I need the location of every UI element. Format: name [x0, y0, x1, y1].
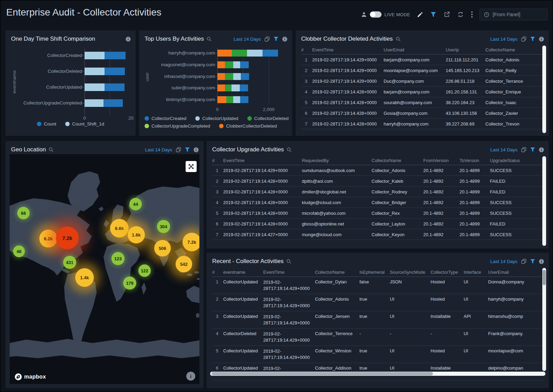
column-header[interactable]: Interface: [464, 270, 488, 275]
column-header[interactable]: #: [301, 47, 312, 52]
copy-icon[interactable]: [521, 37, 526, 42]
vertical-scrollbar[interactable]: [542, 268, 546, 371]
bar-segment-Count[interactable]: [105, 52, 126, 59]
bar-segment-CollectorDeleted[interactable]: [232, 50, 247, 57]
info-icon[interactable]: [539, 259, 544, 264]
column-header[interactable]: UserEmail: [384, 47, 446, 52]
bar-segment-CollectorUpdated[interactable]: [231, 84, 240, 91]
mapbox-attribution[interactable]: mapbox: [14, 373, 46, 381]
stacked-bar[interactable]: [85, 99, 123, 107]
column-header[interactable]: eventname: [223, 270, 263, 275]
zoom-magnifier-icon[interactable]: [396, 37, 401, 42]
table-row[interactable]: 3 CollectorUpdated 2019-02-28T17:19:14.4…: [212, 311, 544, 329]
table-row[interactable]: 5 2019-02-28T17:19:14.428+0000 sourabh@c…: [301, 97, 544, 108]
bar-segment-ClobberCollectorDeleted[interactable]: [217, 84, 225, 91]
panel-time-range[interactable]: Last 14 Days: [490, 37, 517, 42]
table-row[interactable]: 7 2019-02-28T17:19:14.427+0000 munge@icl…: [212, 229, 544, 240]
map-bubble[interactable]: 7.2k: [56, 227, 79, 249]
bar-segment-CollectorCreated[interactable]: [240, 96, 248, 103]
filter-funnel-icon[interactable]: [530, 259, 535, 264]
bar-segment-CollectorUpdated[interactable]: [233, 96, 240, 103]
stacked-bar[interactable]: [85, 83, 125, 91]
map-bubble[interactable]: 46: [13, 245, 25, 257]
table-row[interactable]: 5 2019-02-28T17:19:14.428+0000 microfab@…: [212, 208, 544, 219]
filter-funnel-icon[interactable]: [431, 12, 436, 17]
stacked-bar[interactable]: [85, 68, 125, 75]
column-header[interactable]: EventTime: [263, 270, 315, 275]
map-bubble[interactable]: 6.2k: [39, 230, 57, 248]
bar-segment-Count_Shift_1d[interactable]: [85, 52, 105, 59]
copy-icon[interactable]: [176, 147, 181, 152]
bar-segment-ClobberCollectorDeleted[interactable]: [217, 61, 225, 68]
column-header[interactable]: RequestedBy: [302, 158, 372, 163]
table-row[interactable]: 1 2019-02-28T17:19:14.429+0000 sumdumass…: [212, 165, 544, 176]
bar-segment-Count_Shift_1d[interactable]: [85, 99, 103, 107]
info-icon[interactable]: [539, 37, 544, 42]
copy-icon[interactable]: [521, 147, 526, 152]
table-row[interactable]: 2 2019-02-28T17:19:14.429+0000 moonlapse…: [301, 65, 544, 76]
bar-segment-CollectorDeleted[interactable]: [225, 61, 233, 68]
live-mode-toggle[interactable]: [370, 11, 382, 18]
share-export-icon[interactable]: [444, 11, 450, 18]
map-bubble[interactable]: 6.6k: [110, 219, 129, 238]
table-row[interactable]: 3 2019-02-28T17:19:14.428+0000 dmiller@s…: [212, 187, 544, 197]
legend-item[interactable]: Count: [37, 121, 56, 127]
stacked-bar[interactable]: [217, 61, 249, 68]
map-bubble[interactable]: 44: [129, 198, 142, 210]
column-header[interactable]: #: [212, 158, 223, 163]
column-header[interactable]: EventTime: [312, 47, 384, 52]
table-row[interactable]: 7 2019-02-28T17:19:14.428+0000 harryh@co…: [301, 119, 544, 129]
column-header[interactable]: SourceSyncMode: [390, 270, 431, 275]
bar-segment-Count_Shift_1d[interactable]: [85, 68, 105, 75]
legend-item[interactable]: CollectorUpdated: [195, 116, 238, 121]
map-bubble[interactable]: 122: [138, 264, 151, 277]
table-row[interactable]: 2 CollectorUpdated 2019-02-28T17:19:14.4…: [212, 294, 544, 311]
map-bubble[interactable]: 1.4k: [75, 268, 94, 287]
table-row[interactable]: 1 CollectorUpdated 2019-02-28T17:19:14.4…: [212, 277, 544, 294]
panel-time-range[interactable]: Last 14 Days: [490, 259, 517, 264]
column-header[interactable]: CollectorName: [485, 47, 544, 52]
world-map[interactable]: 66446.6k1.6k3046.2k7.2k467.2k50643112312…: [10, 154, 199, 384]
bar-segment-ClobberCollectorDeleted[interactable]: [217, 96, 226, 103]
filter-funnel-icon[interactable]: [530, 147, 535, 152]
scrollbar-thumb[interactable]: [543, 270, 546, 285]
map-info-icon[interactable]: i: [186, 372, 195, 381]
stacked-bar[interactable]: [85, 52, 126, 59]
info-icon[interactable]: [539, 147, 544, 152]
table-row[interactable]: 6 2019-02-28T17:19:14.428+0000 gboss@opt…: [212, 219, 544, 229]
edit-pencil-icon[interactable]: [417, 12, 423, 18]
column-header[interactable]: UserIp: [446, 47, 485, 52]
map-bubble[interactable]: 506: [154, 240, 171, 257]
bar-segment-ClobberCollectorDeleted[interactable]: [217, 50, 232, 57]
table-row[interactable]: 4 2019-02-28T17:19:14.428+0000 kludge@ic…: [212, 197, 544, 208]
filter-funnel-icon[interactable]: [530, 37, 535, 41]
legend-item[interactable]: CollectorCreated: [145, 116, 186, 121]
column-header[interactable]: FromVersion: [423, 158, 460, 163]
table-row[interactable]: 1 2019-02-28T17:19:14.429+0000 barjam@co…: [301, 54, 544, 65]
column-header[interactable]: ToVersion: [460, 158, 490, 163]
copy-icon[interactable]: [521, 259, 526, 264]
column-header[interactable]: IsEphemeral: [359, 270, 390, 275]
legend-item[interactable]: Count_Shift_1d: [65, 121, 104, 127]
bar-segment-CollectorUpdated[interactable]: [233, 73, 241, 80]
column-header[interactable]: CollectorType: [431, 270, 464, 275]
map-bubble[interactable]: 66: [17, 207, 30, 219]
map-bubble[interactable]: 1.6k: [128, 226, 145, 243]
bar-segment-CollectorUpdated[interactable]: [247, 50, 263, 57]
horizontal-scrollbar[interactable]: [210, 372, 545, 376]
map-bubble[interactable]: 304: [157, 220, 170, 233]
legend-item[interactable]: CollectorDeleted: [247, 116, 289, 121]
bar-segment-CollectorDeleted[interactable]: [226, 96, 233, 103]
column-header[interactable]: #: [212, 270, 223, 275]
scrollbar-thumb[interactable]: [211, 372, 433, 375]
bar-segment-Count[interactable]: [105, 83, 125, 91]
bar-segment-CollectorCreated[interactable]: [241, 73, 249, 80]
map-bubble[interactable]: 123: [111, 252, 125, 265]
column-header[interactable]: UserEmail: [488, 270, 544, 275]
zoom-magnifier-icon[interactable]: [49, 147, 54, 152]
bar-segment-CollectorDeleted[interactable]: [225, 73, 233, 80]
table-row[interactable]: 2 2019-02-28T17:19:14.428+0000 dpitts@ao…: [212, 176, 544, 187]
bar-segment-Count[interactable]: [105, 68, 125, 75]
map-bubble[interactable]: 7.2k: [182, 233, 199, 251]
table-row[interactable]: 3 2019-02-28T17:19:14.429+0000 Duc@compa…: [301, 76, 544, 87]
